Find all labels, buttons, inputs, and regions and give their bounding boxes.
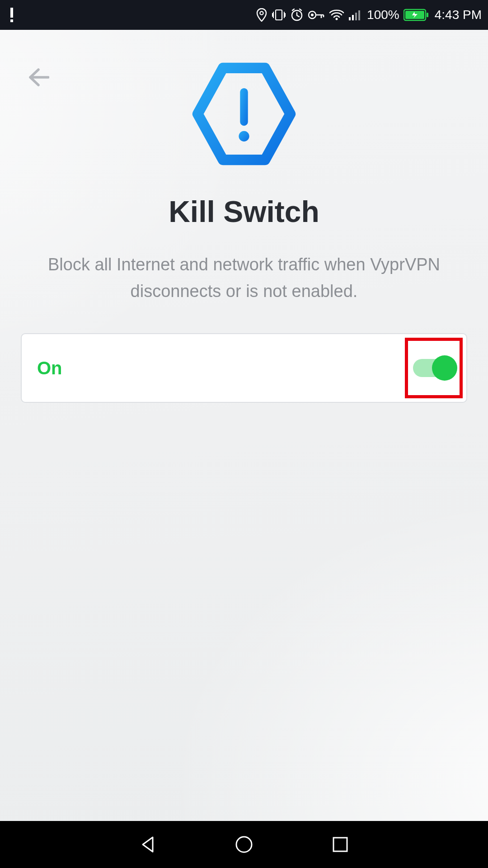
toggle-state-label: On [37, 358, 62, 378]
svg-rect-15 [240, 88, 248, 126]
battery-icon [404, 9, 429, 21]
status-time: 4:43 PM [435, 8, 482, 22]
svg-point-6 [311, 14, 314, 16]
vpn-key-icon [308, 9, 325, 20]
kill-switch-hexagon-icon [190, 60, 298, 168]
annotation-highlight-box [405, 338, 463, 398]
status-bar: 100% 4:43 PM [0, 0, 488, 30]
nav-back-icon [138, 835, 158, 854]
signal-icon [348, 9, 363, 21]
svg-rect-10 [355, 13, 357, 20]
kill-switch-toggle-card: On [21, 333, 467, 403]
toggle-thumb [432, 355, 457, 381]
nav-home-button[interactable] [228, 829, 260, 860]
svg-rect-18 [333, 838, 347, 851]
location-icon [256, 8, 267, 22]
svg-point-2 [260, 11, 263, 14]
android-nav-bar [0, 821, 488, 868]
nav-recent-button[interactable] [324, 829, 356, 860]
svg-rect-8 [349, 17, 351, 20]
kill-switch-toggle[interactable] [413, 359, 455, 377]
nav-home-icon [234, 835, 254, 854]
alarm-icon [290, 8, 304, 22]
page-title: Kill Switch [169, 194, 319, 229]
svg-rect-0 [10, 8, 13, 18]
svg-rect-1 [10, 19, 13, 22]
vibrate-icon [272, 8, 286, 22]
svg-point-7 [336, 18, 338, 20]
back-button[interactable] [25, 64, 52, 91]
notification-icon [6, 6, 17, 24]
status-left [6, 6, 17, 24]
wifi-icon [329, 9, 344, 21]
nav-recent-icon [331, 835, 349, 854]
back-arrow-icon [28, 68, 49, 87]
page-subtitle: Block all Internet and network traffic w… [0, 251, 488, 305]
svg-rect-3 [276, 10, 282, 20]
svg-rect-11 [358, 10, 360, 20]
status-right: 100% 4:43 PM [256, 8, 482, 22]
svg-rect-14 [427, 13, 428, 17]
app-content: Kill Switch Block all Internet and netwo… [0, 30, 488, 821]
header-area: Kill Switch Block all Internet and netwo… [0, 30, 488, 305]
svg-rect-9 [352, 15, 354, 20]
battery-percentage: 100% [367, 8, 399, 22]
svg-point-17 [236, 837, 252, 852]
nav-back-button[interactable] [132, 829, 164, 860]
svg-point-16 [239, 131, 249, 142]
